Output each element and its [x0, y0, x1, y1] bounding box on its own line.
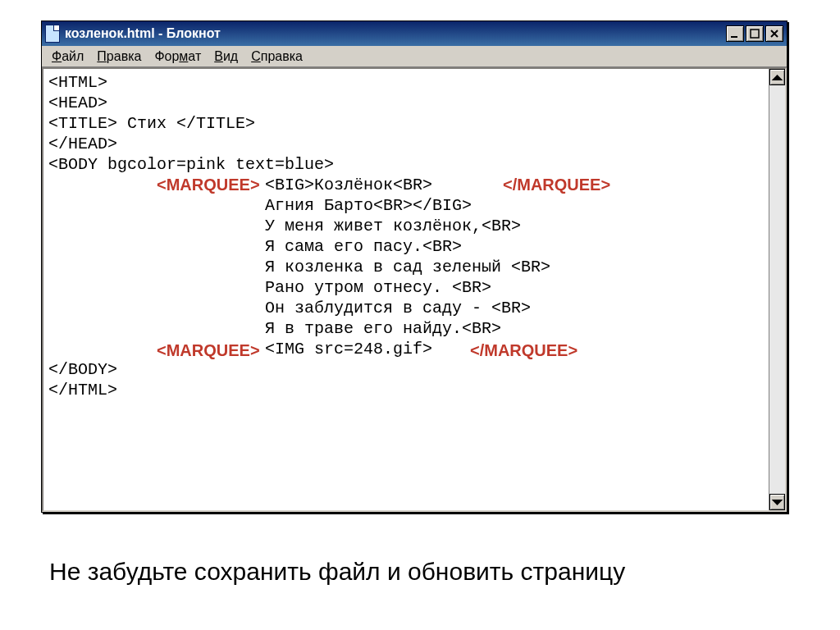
chevron-up-icon: [770, 71, 784, 84]
client-area: <HTML> <HEAD> <TITLE> Стих </TITLE> </HE…: [42, 67, 787, 512]
maximize-icon: [750, 29, 760, 39]
svg-rect-1: [751, 30, 759, 38]
window-title: козленок.html - Блокнот: [65, 26, 726, 41]
menu-help[interactable]: Справка: [246, 48, 308, 66]
notepad-window: козленок.html - Блокнот Файл Правка Форм…: [41, 21, 788, 513]
scroll-track[interactable]: [769, 85, 785, 494]
menubar: Файл Правка Формат Вид Справка: [42, 46, 787, 67]
menu-view[interactable]: Вид: [209, 48, 243, 66]
vertical-scrollbar[interactable]: [769, 69, 785, 510]
minimize-button[interactable]: [726, 25, 744, 42]
document-icon: [45, 25, 60, 43]
maximize-button[interactable]: [746, 25, 764, 42]
scroll-down-button[interactable]: [769, 494, 785, 510]
menu-file[interactable]: Файл: [47, 48, 89, 66]
window-controls: [726, 25, 783, 42]
scroll-up-button[interactable]: [769, 69, 785, 85]
close-icon: [769, 29, 779, 39]
close-button[interactable]: [765, 25, 783, 42]
titlebar: козленок.html - Блокнот: [42, 21, 787, 46]
menu-format[interactable]: Формат: [149, 48, 206, 66]
svg-rect-0: [731, 36, 737, 38]
minimize-icon: [730, 29, 740, 39]
text-editor[interactable]: <HTML> <HEAD> <TITLE> Стих </TITLE> </HE…: [43, 69, 769, 510]
chevron-down-icon: [770, 495, 784, 509]
slide-caption: Не забудьте сохранить файл и обновить ст…: [49, 558, 625, 586]
menu-edit[interactable]: Правка: [92, 48, 146, 66]
